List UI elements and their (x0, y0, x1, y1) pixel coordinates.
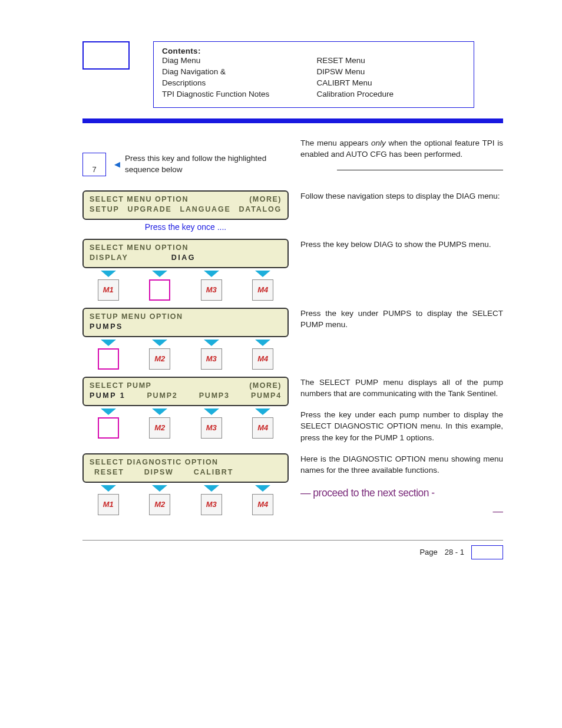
lcd-more: (MORE) (249, 195, 282, 205)
contents-item: Descriptions (162, 78, 311, 89)
m4-key: M4 (252, 494, 273, 515)
page-number: 28 - 1 (445, 548, 464, 556)
lcd-opt: DATALOG (239, 205, 282, 215)
down-triangle-icon (101, 409, 116, 415)
m3-key: M3 (201, 279, 222, 301)
m4-key: M4 (252, 417, 273, 439)
down-triangle-icon (152, 271, 167, 277)
lcd-opt: PUMP4 (251, 391, 282, 401)
mkey-row: M2 M3 M4 (82, 348, 289, 370)
m2-key: M2 (149, 417, 170, 439)
footer-rule (82, 540, 503, 541)
lcd-opt: DIPSW (144, 467, 174, 478)
down-triangle-icon (255, 409, 270, 415)
press-down-line: Press the key once .... (82, 222, 289, 232)
m4-key: M4 (252, 348, 273, 370)
contents-item: DIPSW Menu (317, 67, 466, 78)
triangle-row (82, 271, 289, 277)
key-7-box: 7 (82, 153, 106, 176)
lcd-more: (MORE) (249, 381, 282, 391)
down-triangle-icon (255, 271, 270, 277)
key-7-num: 7 (92, 165, 96, 174)
down-triangle-icon (204, 485, 219, 492)
footer-box (471, 545, 503, 559)
m2-key: M2 (149, 348, 170, 370)
lcd-menu-4: SELECT PUMP (MORE) PUMP 1 PUMP2 PUMP3 PU… (82, 377, 289, 406)
lcd-opt: LANGUAGE (180, 205, 231, 215)
contents-heading: Contents: (162, 47, 465, 55)
lcd-title: SETUP MENU OPTION (90, 312, 183, 322)
proceed-dash: — (300, 504, 503, 519)
m1-key: M1 (98, 494, 119, 515)
lcd-opt: PUMP2 (147, 391, 177, 401)
triangle-row (82, 340, 289, 346)
header-box (82, 41, 130, 70)
triangle-row (82, 409, 289, 415)
contents-item: Calibration Procedure (317, 89, 466, 100)
mkey-row: M2 M3 M4 (82, 417, 289, 439)
mkey-row: M1 M2 M3 M4 (82, 494, 289, 515)
intro-paragraph: The menu appears only when the optional … (300, 137, 503, 160)
mkey-row: M1 M3 M4 (82, 279, 289, 301)
lcd-title: SELECT MENU OPTION (90, 243, 189, 253)
proceed-line: — proceed to the next section - (300, 486, 503, 500)
lcd-menu-5: SELECT DIAGNOSTIC OPTION RESET DIPSW CAL… (82, 453, 289, 483)
p4: The SELECT PUMP menu displays all of the… (300, 377, 503, 400)
m2-key: M2 (149, 494, 170, 515)
lcd-title: SELECT MENU OPTION (90, 195, 189, 205)
triangle-row (82, 485, 289, 492)
lcd-opt-active: DIAG (171, 253, 196, 263)
down-triangle-icon (152, 340, 167, 346)
lcd-menu-1: SELECT MENU OPTION (MORE) SETUP UPGRADE … (82, 190, 289, 220)
contents-item: RESET Menu (317, 55, 466, 67)
m1-key: M1 (98, 279, 119, 301)
m2-key-active (149, 279, 170, 301)
contents-box: Contents: Diag Menu Diag Navigation & De… (153, 41, 474, 108)
down-triangle-icon (255, 485, 270, 492)
down-triangle-icon (101, 485, 116, 492)
contents-item: CALIBRT Menu (317, 78, 466, 89)
lcd-menu-2: SELECT MENU OPTION DISPLAY DIAG (82, 239, 289, 268)
lcd-opt: CALIBRT (194, 467, 233, 478)
lcd-title: SELECT PUMP (90, 381, 151, 391)
lcd-menu-3: SETUP MENU OPTION PUMPS (82, 308, 289, 337)
footer: Page 28 - 1 (82, 545, 503, 559)
down-triangle-icon (152, 485, 167, 492)
down-triangle-icon (101, 340, 116, 346)
lcd-opt-active: PUMPS (90, 322, 123, 332)
lcd-opt: RESET (94, 467, 124, 478)
down-triangle-icon (204, 340, 219, 346)
p5: Press the key under each pump number to … (300, 409, 503, 444)
m3-key: M3 (201, 348, 222, 370)
lcd-opt: PUMP3 (199, 391, 230, 401)
lcd-opt: UPGRADE (128, 205, 172, 215)
down-triangle-icon (101, 271, 116, 277)
m3-key: M3 (201, 494, 222, 515)
contents-item: TPI Diagnostic Function Notes (162, 89, 311, 100)
p6: Here is the DIAGNOSTIC OPTION menu showi… (300, 453, 503, 476)
contents-item: Diag Navigation & (162, 67, 311, 78)
arrow-left-icon: ◀ (114, 160, 120, 169)
p2: Press the key below DIAG to show the PUM… (300, 239, 503, 251)
contents-item: Diag Menu (162, 55, 311, 67)
m3-key: M3 (201, 417, 222, 439)
p3: Press the key under PUMPS to display the… (300, 308, 503, 331)
m1-key-active (98, 348, 119, 370)
down-triangle-icon (204, 409, 219, 415)
down-triangle-icon (152, 409, 167, 415)
down-triangle-icon (255, 340, 270, 346)
lcd-opt-active: PUMP 1 (90, 391, 125, 401)
section-divider (82, 118, 503, 123)
key-7-instruction: Press this key and follow the highlighte… (125, 153, 289, 176)
m4-key: M4 (252, 279, 273, 301)
lcd-title: SELECT DIAGNOSTIC OPTION (90, 457, 219, 468)
page-label: Page (419, 548, 437, 556)
underline-rule (337, 170, 503, 170)
down-triangle-icon (204, 271, 219, 277)
m1-key-active (98, 417, 119, 439)
lcd-opt: DISPLAY (90, 253, 128, 263)
nav-paragraph: Follow these navigation steps to display… (300, 190, 503, 202)
lcd-opt: SETUP (90, 205, 120, 215)
